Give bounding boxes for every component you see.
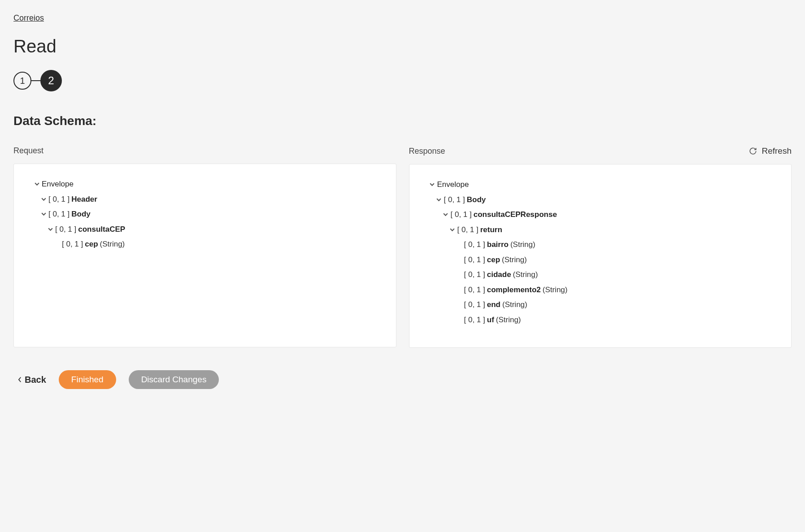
tree-node-body[interactable]: [ 0, 1 ] Body: [418, 192, 783, 208]
tree-node-field[interactable]: [ 0, 1 ]bairro(String): [418, 237, 783, 252]
node-cardinality: [ 0, 1 ]: [451, 209, 472, 221]
schema-container: Request Envelope [ 0, 1 ] Header [ 0: [13, 146, 792, 348]
chevron-down-icon: [434, 197, 444, 203]
node-cardinality: [ 0, 1 ]: [464, 299, 485, 311]
chevron-down-icon: [441, 212, 451, 217]
node-cardinality: [ 0, 1 ]: [48, 208, 70, 220]
tree-node-envelope[interactable]: Envelope: [23, 177, 387, 192]
chevron-down-icon: [32, 181, 42, 187]
tree-node-field[interactable]: [ 0, 1 ]end(String): [418, 297, 783, 312]
tree-node-field[interactable]: [ 0, 1 ]uf(String): [418, 312, 783, 328]
chevron-down-icon: [39, 211, 48, 217]
node-label: Envelope: [42, 178, 74, 190]
node-cardinality: [ 0, 1 ]: [464, 269, 485, 281]
node-cardinality: [ 0, 1 ]: [444, 194, 465, 206]
request-column: Request Envelope [ 0, 1 ] Header [ 0: [13, 146, 396, 348]
refresh-button[interactable]: Refresh: [749, 146, 792, 156]
tree-node-body[interactable]: [ 0, 1 ] Body: [23, 207, 387, 222]
node-type: (String): [543, 284, 568, 296]
node-label: end: [487, 299, 500, 311]
chevron-down-icon: [427, 182, 437, 187]
step-connector: [31, 80, 40, 81]
tree-node-envelope[interactable]: Envelope: [418, 177, 783, 192]
back-button[interactable]: Back: [18, 375, 46, 385]
node-cardinality: [ 0, 1 ]: [464, 239, 485, 251]
request-label: Request: [13, 146, 44, 156]
node-label: Body: [467, 194, 486, 206]
node-label: complemento2: [487, 284, 541, 296]
tree-node-field[interactable]: [ 0, 1 ]cidade(String): [418, 267, 783, 282]
tree-node-field[interactable]: [ 0, 1 ]cep(String): [418, 252, 783, 268]
tree-node-field[interactable]: [ 0, 1 ]complemento2(String): [418, 282, 783, 298]
node-label: bairro: [487, 239, 509, 251]
node-label: Header: [71, 194, 97, 205]
chevron-down-icon: [448, 227, 457, 233]
node-type: (String): [100, 238, 125, 250]
node-label: return: [480, 224, 502, 236]
node-cardinality: [ 0, 1 ]: [464, 314, 485, 326]
discard-changes-button[interactable]: Discard Changes: [129, 370, 219, 389]
breadcrumb[interactable]: Correios: [13, 13, 44, 22]
footer-actions: Back Finished Discard Changes: [13, 370, 792, 389]
tree-node-return[interactable]: [ 0, 1 ] return: [418, 222, 783, 238]
refresh-label: Refresh: [761, 146, 792, 156]
stepper: 1 2: [13, 70, 792, 91]
node-label: Body: [71, 208, 91, 220]
back-label: Back: [25, 375, 46, 385]
node-label: Envelope: [437, 179, 469, 190]
chevron-down-icon: [39, 196, 48, 202]
node-cardinality: [ 0, 1 ]: [62, 238, 83, 250]
chevron-down-icon: [45, 226, 55, 232]
node-type: (String): [502, 254, 527, 266]
tree-node-consultacep[interactable]: [ 0, 1 ] consultaCEP: [23, 222, 387, 237]
node-label: consultaCEPResponse: [474, 209, 557, 221]
node-cardinality: [ 0, 1 ]: [464, 254, 485, 266]
refresh-icon: [749, 147, 757, 155]
node-cardinality: [ 0, 1 ]: [464, 284, 485, 296]
request-panel: Envelope [ 0, 1 ] Header [ 0, 1 ] Body: [13, 164, 396, 347]
node-label: cep: [85, 238, 98, 250]
node-label: uf: [487, 314, 494, 326]
node-type: (String): [496, 314, 521, 326]
node-label: cidade: [487, 269, 511, 281]
step-1[interactable]: 1: [13, 72, 31, 90]
response-column: Response Refresh Envelope: [409, 146, 792, 348]
tree-node-cep[interactable]: [ 0, 1 ] cep (String): [23, 237, 387, 252]
node-type: (String): [513, 269, 538, 281]
node-label: cep: [487, 254, 500, 266]
response-label: Response: [409, 147, 445, 156]
chevron-left-icon: [18, 375, 22, 385]
node-cardinality: [ 0, 1 ]: [55, 224, 76, 235]
tree-node-consultacepresponse[interactable]: [ 0, 1 ] consultaCEPResponse: [418, 207, 783, 222]
section-title: Data Schema:: [13, 114, 792, 128]
node-type: (String): [510, 239, 535, 251]
page-title: Read: [13, 36, 792, 56]
step-2[interactable]: 2: [40, 70, 62, 91]
finished-button[interactable]: Finished: [59, 370, 116, 389]
node-cardinality: [ 0, 1 ]: [457, 224, 479, 236]
response-panel: Envelope [ 0, 1 ] Body [ 0, 1 ] consulta…: [409, 164, 792, 348]
node-label: consultaCEP: [78, 224, 125, 235]
tree-node-header[interactable]: [ 0, 1 ] Header: [23, 192, 387, 207]
node-cardinality: [ 0, 1 ]: [48, 194, 70, 205]
node-type: (String): [502, 299, 527, 311]
